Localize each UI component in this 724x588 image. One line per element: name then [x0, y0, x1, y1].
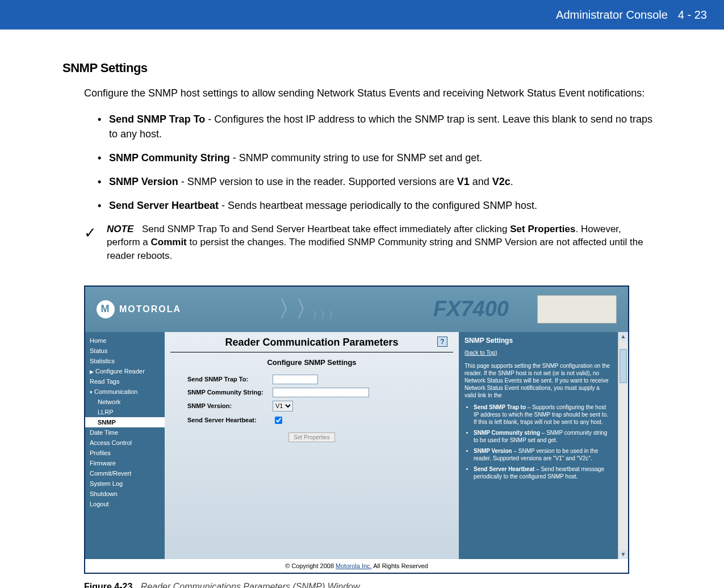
arrow-right-icon: ▶	[90, 369, 94, 375]
nav-statistics[interactable]: Statistics	[85, 356, 165, 366]
brand-text: MOTOROLA	[119, 304, 181, 314]
chevron-icon: 〉〉	[278, 293, 312, 325]
note-label: NOTE	[107, 224, 133, 234]
scrollbar[interactable]: ▲ ▼	[618, 332, 628, 559]
trap-input[interactable]	[273, 375, 318, 384]
heartbeat-label: Send Server Heartbeat:	[187, 417, 273, 423]
bullet-desc: - Sends heartbeat message periodically t…	[219, 200, 537, 211]
logo-mark-icon: M	[97, 300, 115, 318]
nav-home[interactable]: Home	[85, 335, 165, 346]
nav-read-tags[interactable]: Read Tags	[85, 376, 165, 387]
right-item: Send Server Heartbeat – Send heartbeat m…	[474, 465, 612, 480]
bullet-and: and	[470, 176, 492, 187]
header-title: Administrator Console	[556, 9, 668, 22]
nav-communication[interactable]: ▾Communication	[85, 387, 165, 397]
arrow-down-icon: ▾	[90, 389, 93, 395]
note-text: NOTE Send SNMP Trap To and Send Server H…	[107, 222, 656, 263]
nav-access-control[interactable]: Access Control	[85, 438, 165, 448]
form-row-version: SNMP Version: V1	[170, 401, 453, 411]
motorola-logo: M MOTOROLA	[97, 300, 181, 318]
bullet-item: SNMP Community String - SNMP community s…	[98, 150, 656, 165]
right-item: SNMP Version – SNMP version to be used i…	[474, 447, 612, 462]
nav-snmp[interactable]: SNMP	[85, 417, 165, 427]
nav-firmware[interactable]: Firmware	[85, 458, 165, 468]
header-page-number: 4 - 23	[678, 9, 707, 22]
ss-header: M MOTOROLA 〉〉 〉〉〉 FX7400	[85, 287, 628, 332]
checkmark-icon: ✓	[84, 222, 107, 263]
ss-footer: © Copyright 2008 Motorola Inc. All Right…	[85, 559, 628, 573]
note-post: to persist the changes. The modified SNM…	[107, 237, 643, 261]
help-icon[interactable]: ?	[437, 337, 447, 347]
scroll-thumb[interactable]	[620, 349, 627, 383]
device-image	[537, 295, 617, 324]
bullet-term: SNMP Community String	[109, 152, 230, 163]
community-input[interactable]	[273, 388, 369, 397]
intro-paragraph: Configure the SNMP host settings to allo…	[84, 86, 656, 100]
right-item: SNMP Community string – SNMP community s…	[474, 429, 612, 444]
ss-right-panel: SNMP Settings (back to Top) This page su…	[459, 332, 618, 559]
community-label: SNMP Community String:	[187, 389, 273, 396]
nav-profiles[interactable]: Profiles	[85, 448, 165, 458]
main-title: Reader Communication Parameters	[170, 337, 453, 348]
bullet-term: Send SNMP Trap To	[109, 114, 205, 125]
note-block: ✓ NOTE Send SNMP Trap To and Send Server…	[84, 222, 656, 263]
right-panel-title: SNMP Settings	[464, 337, 612, 346]
nav-shutdown[interactable]: Shutdown	[85, 489, 165, 499]
ss-main-panel: ? Reader Communication Parameters Config…	[165, 332, 459, 559]
figure-number: Figure 4-23	[84, 582, 132, 588]
note-commit: Commit	[150, 237, 186, 247]
nav-llrp[interactable]: LLRP	[85, 407, 165, 417]
bullet-v2: V2c	[492, 176, 510, 187]
ss-body: Home Status Statistics ▶Configure Reader…	[85, 332, 628, 559]
bullet-term: SNMP Version	[109, 176, 178, 187]
version-select[interactable]: V1	[273, 401, 293, 411]
bullet-desc: - SNMP version to use in the reader. Sup…	[178, 176, 457, 187]
nav-network[interactable]: Network	[85, 397, 165, 407]
bullet-list: Send SNMP Trap To - Configures the host …	[98, 112, 656, 213]
back-to-top-link[interactable]: (back to Top)	[464, 349, 497, 356]
copyright-pre: © Copyright 2008	[285, 562, 336, 569]
trap-label: Send SNMP Trap To:	[187, 376, 273, 383]
nav-configure-reader[interactable]: ▶Configure Reader	[85, 366, 165, 376]
bullet-item: Send Server Heartbeat - Sends heartbeat …	[98, 198, 656, 213]
model-label: FX7400	[433, 297, 509, 321]
nav-logout[interactable]: Logout	[85, 499, 165, 509]
form-row-heartbeat: Send Server Heartbeat:	[170, 415, 453, 426]
set-properties-button[interactable]: Set Properties	[288, 432, 334, 442]
right-item: Send SNMP Trap to – Supports configuring…	[474, 404, 612, 426]
copyright-post: All Rights Reserved	[372, 562, 428, 569]
note-set-props: Set Properties	[510, 224, 575, 234]
version-label: SNMP Version:	[187, 402, 273, 409]
divider	[170, 352, 453, 352]
nav-date-time[interactable]: Date Time	[85, 427, 165, 438]
motorola-link[interactable]: Motorola Inc.	[336, 562, 372, 569]
ss-sidebar: Home Status Statistics ▶Configure Reader…	[85, 332, 165, 559]
heartbeat-checkbox[interactable]	[275, 417, 282, 424]
scroll-down-icon[interactable]: ▼	[618, 550, 628, 559]
right-list: Send SNMP Trap to – Supports configuring…	[474, 404, 612, 480]
page-header: Administrator Console 4 - 23	[0, 0, 724, 30]
nav-system-log[interactable]: System Log	[85, 478, 165, 489]
embedded-screenshot: M MOTOROLA 〉〉 〉〉〉 FX7400 Home Status Sta…	[84, 285, 629, 574]
bullet-desc: - SNMP community string to use for SNMP …	[230, 152, 483, 163]
right-intro: This page supports setting the SNMP conf…	[464, 362, 612, 399]
nav-status[interactable]: Status	[85, 346, 165, 356]
form-row-trap: Send SNMP Trap To:	[170, 375, 453, 384]
scroll-up-icon[interactable]: ▲	[618, 332, 628, 341]
page-content: SNMP Settings Configure the SNMP host se…	[0, 30, 724, 588]
section-heading: SNMP Settings	[62, 61, 656, 75]
bullet-term: Send Server Heartbeat	[109, 200, 219, 211]
bullet-item: SNMP Version - SNMP version to use in th…	[98, 174, 656, 189]
bullet-desc-post: .	[510, 176, 513, 187]
nav-commit-revert[interactable]: Commit/Revert	[85, 468, 165, 478]
form-row-community: SNMP Community String:	[170, 388, 453, 397]
figure-text: Reader Communications Parameters (SNMP) …	[141, 582, 360, 588]
bullet-v1: V1	[457, 176, 470, 187]
main-subheading: Configure SNMP Settings	[170, 358, 453, 367]
note-pre: Send SNMP Trap To and Send Server Heartb…	[142, 224, 510, 234]
figure-caption: Figure 4-23 Reader Communications Parame…	[84, 582, 656, 588]
chevron-icon: 〉〉〉	[312, 308, 336, 322]
bullet-item: Send SNMP Trap To - Configures the host …	[98, 112, 656, 141]
